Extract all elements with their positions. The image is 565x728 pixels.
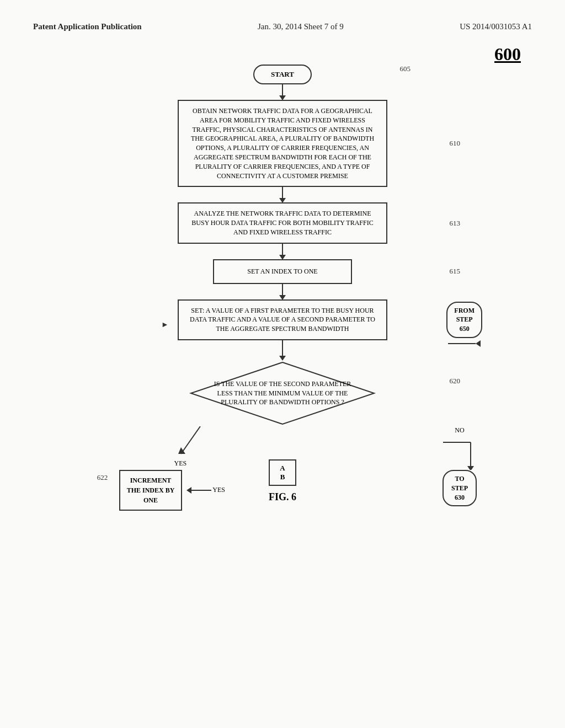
header: Patent Application Publication Jan. 30, … (33, 22, 532, 31)
header-center: Jan. 30, 2014 Sheet 7 of 9 (258, 22, 344, 31)
box-617-row: ► SET: A VALUE OF A FIRST PARAMETER TO T… (33, 299, 532, 340)
arrow-3 (279, 244, 286, 259)
diamond-620-text: IS THE VALUE OF THE SECOND PARAMETER LES… (211, 379, 354, 407)
step-615-label: 615 (450, 267, 461, 276)
yes-branch: YES 622 INCREMENT THE INDEX BY ONE (115, 426, 225, 511)
box-615-row: SET AN INDEX TO ONE 615 (33, 259, 532, 284)
box-610-row: OBTAIN NETWORK TRAFFIC DATA FOR A GEOGRA… (33, 100, 532, 187)
step-613-label: 613 (450, 219, 461, 228)
ab-connector: A B (269, 459, 296, 486)
yes-label: YES (174, 459, 186, 468)
fig-label-area: A B FIG. 6 (269, 459, 296, 503)
no-arrow-svg (443, 437, 476, 470)
yes-label-and-box: YES 622 INCREMENT THE INDEX BY ONE (119, 459, 225, 511)
arrow-5 (279, 340, 286, 360)
svg-line-1 (181, 426, 200, 454)
step-620-label: 620 (450, 377, 461, 386)
no-branch: NO TO STEP 630 (443, 426, 477, 506)
arrow-2 (279, 187, 286, 202)
figure-label: FIG. 6 (269, 491, 296, 503)
to-step-box: TO STEP 630 (443, 470, 477, 506)
box-613-row: ANALYZE THE NETWORK TRAFFIC DATA TO DETE… (33, 202, 532, 243)
start-row: START 605 (33, 65, 532, 84)
no-label: NO (455, 426, 464, 435)
yes-arrow-svg (175, 426, 225, 459)
diamond-620: IS THE VALUE OF THE SECOND PARAMETER LES… (189, 360, 376, 426)
box-622: INCREMENT THE INDEX BY ONE (119, 470, 183, 511)
step-605-label: 605 (400, 65, 411, 73)
header-left: Patent Application Publication (33, 22, 142, 31)
from-step-box: FROM STEP 650 (446, 302, 482, 338)
svg-marker-5 (467, 466, 474, 470)
yes-right-arrow: YES (186, 486, 225, 494)
flowchart: START 605 OBTAIN NETWORK TRAFFIC DATA FO… (33, 53, 532, 624)
start-node: START (253, 65, 312, 84)
decision-branches: YES 622 INCREMENT THE INDEX BY ONE (33, 426, 532, 503)
arrow-1 (279, 84, 286, 100)
box-613: ANALYZE THE NETWORK TRAFFIC DATA TO DETE… (178, 202, 387, 243)
box-617: SET: A VALUE OF A FIRST PARAMETER TO THE… (178, 299, 387, 340)
page: Patent Application Publication Jan. 30, … (0, 0, 565, 728)
box-615: SET AN INDEX TO ONE (213, 259, 351, 284)
header-right: US 2014/0031053 A1 (460, 22, 532, 31)
diamond-620-row: IS THE VALUE OF THE SECOND PARAMETER LES… (33, 360, 532, 426)
arrow-4 (279, 284, 286, 299)
step-622-label: 622 (97, 473, 108, 482)
step-610-label: 610 (450, 139, 461, 148)
box-610: OBTAIN NETWORK TRAFFIC DATA FOR A GEOGRA… (178, 100, 387, 187)
yes-arrow-label: YES (212, 486, 225, 494)
from-step-area: FROM STEP 650 (446, 302, 482, 347)
